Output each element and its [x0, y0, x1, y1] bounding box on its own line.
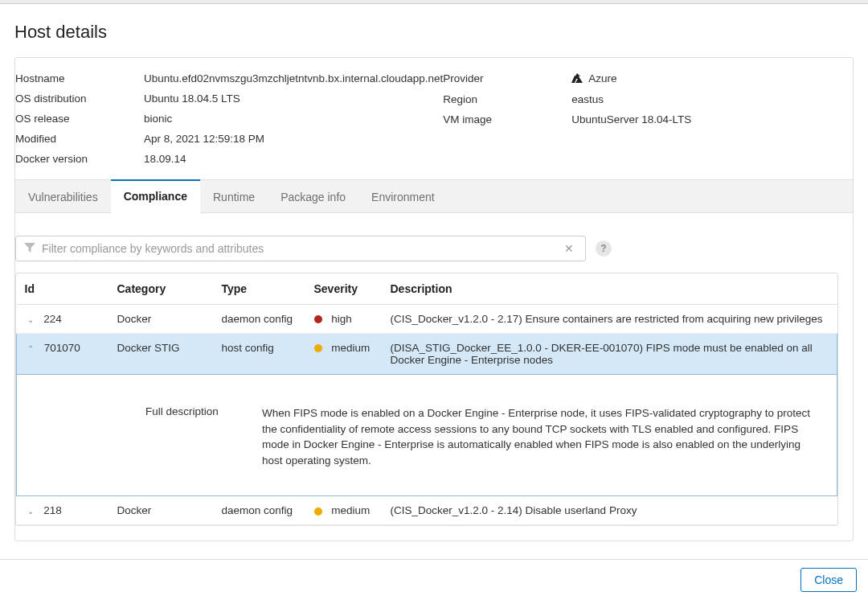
detail-row-os-distribution: OS distribution Ubuntu 18.04.5 LTS — [15, 92, 443, 105]
row-id: 224 — [43, 313, 62, 325]
row-type: daemon config — [214, 305, 306, 334]
detail-label: OS distribution — [15, 92, 144, 105]
clear-filter-icon[interactable]: ✕ — [561, 242, 577, 255]
detail-value: 18.09.14 — [144, 153, 186, 165]
page-title: Host details — [14, 22, 854, 43]
compliance-table: Id Category Type Severity Description ⌄ … — [15, 273, 838, 526]
detail-label: Provider — [443, 72, 571, 85]
col-header-type[interactable]: Type — [214, 273, 306, 305]
host-details-card: Hostname Ubuntu.efd02nvmszgu3mzchljetntv… — [14, 57, 854, 541]
table-row[interactable]: ⌄ 224 Docker daemon config high (CIS_Doc… — [17, 305, 837, 334]
tabs: Vulnerabilities Compliance Runtime Packa… — [15, 179, 853, 213]
detail-label: Hostname — [15, 72, 144, 84]
table-row-expansion: Full description When FIPS mode is enabl… — [17, 375, 837, 496]
table-header-row: Id Category Type Severity Description — [17, 273, 837, 305]
col-header-description[interactable]: Description — [383, 273, 837, 305]
detail-row-hostname: Hostname Ubuntu.efd02nvmszgu3mzchljetntv… — [15, 72, 443, 84]
help-icon[interactable]: ? — [596, 240, 612, 257]
severity-dot-medium-icon — [314, 344, 322, 352]
row-id: 218 — [43, 504, 62, 516]
tab-compliance[interactable]: Compliance — [111, 179, 200, 213]
detail-row-os-release: OS release bionic — [15, 113, 443, 125]
detail-value: Ubuntu 18.04.5 LTS — [144, 92, 240, 105]
tab-vulnerabilities[interactable]: Vulnerabilities — [15, 180, 111, 212]
row-type: host config — [214, 334, 306, 375]
full-description-label: Full description — [25, 405, 262, 468]
detail-row-modified: Modified Apr 8, 2021 12:59:18 PM — [15, 133, 443, 145]
row-category: Docker STIG — [109, 334, 214, 375]
detail-row-provider: Provider Azure — [443, 72, 838, 85]
detail-value: bionic — [144, 113, 172, 125]
row-description: (DISA_STIG_Docker_EE_1.0.0 - DKER-EE-001… — [383, 334, 837, 375]
filter-box[interactable]: ✕ — [15, 236, 586, 261]
chevron-down-icon[interactable]: ⌄ — [25, 507, 36, 516]
detail-value: Ubuntu.efd02nvmszgu3mzchljetntvnb.bx.int… — [144, 72, 443, 84]
row-category: Docker — [109, 305, 214, 334]
tab-runtime[interactable]: Runtime — [200, 180, 268, 212]
detail-value: Azure — [571, 72, 616, 85]
detail-row-docker-version: Docker version 18.09.14 — [15, 153, 443, 165]
chevron-down-icon[interactable]: ⌄ — [25, 315, 36, 324]
col-header-category[interactable]: Category — [109, 273, 214, 305]
filter-input[interactable] — [42, 242, 561, 255]
detail-label: VM image — [443, 113, 571, 125]
azure-icon — [571, 73, 583, 85]
detail-row-vm-image: VM image UbuntuServer 18.04-LTS — [443, 113, 838, 125]
severity-dot-high-icon — [314, 315, 322, 323]
footer: Close — [0, 559, 868, 600]
severity-dot-medium-icon — [314, 508, 322, 516]
detail-label: OS release — [15, 113, 144, 125]
row-severity: medium — [331, 504, 370, 516]
detail-row-region: Region eastus — [443, 93, 838, 105]
close-button[interactable]: Close — [800, 568, 857, 592]
table-row[interactable]: ⌄ 218 Docker daemon config medium (CIS_D… — [17, 496, 837, 525]
filter-icon — [24, 242, 35, 255]
detail-value: eastus — [571, 93, 604, 105]
detail-label: Region — [443, 93, 571, 105]
detail-label: Modified — [15, 133, 144, 145]
detail-value: Apr 8, 2021 12:59:18 PM — [144, 133, 264, 145]
col-header-severity[interactable]: Severity — [306, 273, 383, 305]
row-description: (CIS_Docker_v1.2.0 - 2.17) Ensure contai… — [383, 305, 837, 334]
tab-package-info[interactable]: Package info — [268, 180, 358, 212]
row-severity: medium — [331, 342, 370, 354]
row-category: Docker — [109, 496, 214, 525]
tab-environment[interactable]: Environment — [358, 180, 448, 212]
chevron-up-icon[interactable]: ⌃ — [25, 344, 36, 353]
details-right-column: Provider Azure Region eastus VM image Ub… — [443, 72, 838, 173]
row-type: daemon config — [214, 496, 306, 525]
detail-label: Docker version — [15, 153, 144, 165]
provider-value: Azure — [588, 72, 616, 84]
col-header-id[interactable]: Id — [17, 273, 109, 305]
detail-value: UbuntuServer 18.04-LTS — [571, 113, 691, 125]
row-description: (CIS_Docker_v1.2.0 - 2.14) Disable userl… — [383, 496, 837, 525]
full-description-text: When FIPS mode is enabled on a Docker En… — [262, 405, 829, 468]
row-id: 701070 — [44, 342, 80, 354]
details-left-column: Hostname Ubuntu.efd02nvmszgu3mzchljetntv… — [15, 72, 443, 173]
table-row[interactable]: ⌃ 701070 Docker STIG host config medium … — [17, 334, 837, 375]
row-severity: high — [331, 313, 352, 325]
